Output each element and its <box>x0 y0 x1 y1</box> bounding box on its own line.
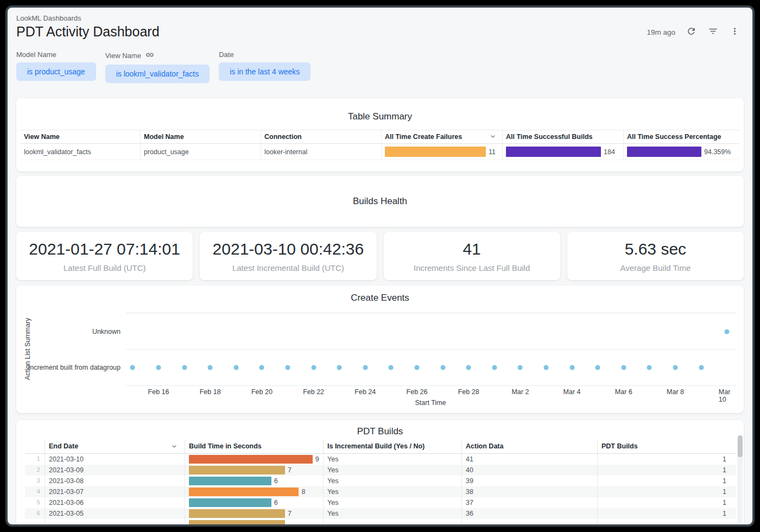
pdt-table-row[interactable]: 42021-03-078Yes381 <box>25 486 736 497</box>
scatter-dot[interactable] <box>492 365 497 370</box>
scatter-dot[interactable] <box>544 365 549 370</box>
kpi-increments-since-full-build[interactable]: 41 Increments Since Last Full Build <box>384 232 560 280</box>
cell-end-date[interactable]: 2021-03-10 <box>45 454 185 465</box>
cell-pdt-builds[interactable]: 1 <box>597 454 736 465</box>
dashboard-menu-button[interactable] <box>729 26 740 38</box>
cell-is-incremental[interactable]: Yes <box>323 476 461 486</box>
column-header-action-data[interactable]: Action Data <box>461 440 597 453</box>
cell-build-time[interactable]: 8 <box>185 486 323 497</box>
cell-pdt-builds[interactable]: 1 <box>597 476 736 486</box>
cell-action-data[interactable]: 40 <box>461 465 597 476</box>
sort-chevron-down-icon[interactable] <box>170 442 178 452</box>
scatter-dot[interactable] <box>699 365 704 370</box>
cell-connection[interactable]: looker-internal <box>261 144 381 160</box>
cell-build-time[interactable]: 9 <box>185 454 323 465</box>
kpi-average-build-time[interactable]: 5.63 sec Average Build Time <box>567 232 744 280</box>
cell-action-data[interactable]: 36 <box>461 508 597 519</box>
scatter-dot[interactable] <box>208 365 213 370</box>
pdt-table-row[interactable]: 32021-03-086Yes391 <box>25 476 736 486</box>
cell-pdt-builds[interactable]: 1 <box>597 486 736 497</box>
pdt-table-row[interactable]: 62021-03-057Yes361 <box>25 508 736 519</box>
scatter-dot[interactable] <box>286 365 290 370</box>
cell-end-date[interactable]: 2021-03-05 <box>45 508 185 519</box>
build-time-bar[interactable] <box>189 520 285 527</box>
cell-build-time[interactable]: 7 <box>185 508 323 519</box>
column-header-view-name[interactable]: View Name <box>21 130 140 143</box>
build-time-bar[interactable] <box>189 487 299 496</box>
scatter-dot[interactable] <box>415 365 420 370</box>
sort-chevron-down-icon[interactable] <box>489 132 497 142</box>
scatter-dot[interactable] <box>466 365 471 370</box>
cell-is-incremental[interactable]: Yes <box>323 454 461 465</box>
build-time-bar[interactable] <box>189 498 271 507</box>
column-header-success-percentage[interactable]: All Time Success Percentage <box>623 130 739 143</box>
cell-end-date[interactable]: 2021-03-06 <box>45 497 185 508</box>
scatter-dot[interactable] <box>259 365 264 370</box>
cell-build-time[interactable]: 7 <box>185 465 323 476</box>
cell-build-time[interactable] <box>185 519 323 527</box>
cell-action-data[interactable]: 38 <box>461 486 597 497</box>
success-percentage-bar[interactable] <box>627 147 701 157</box>
cell-end-date[interactable]: 2021-03-08 <box>45 476 185 486</box>
pdt-table-row[interactable]: 22021-03-097Yes401 <box>25 465 736 476</box>
build-time-bar[interactable] <box>189 477 271 485</box>
table-summary-data-row[interactable]: lookml_validator_facts product_usage loo… <box>21 144 739 160</box>
scatter-dot[interactable] <box>673 365 678 370</box>
column-header-connection[interactable]: Connection <box>261 130 381 143</box>
filters-toggle-button[interactable] <box>707 26 719 38</box>
cell-action-data[interactable]: 39 <box>461 476 597 486</box>
cell-model-name[interactable]: product_usage <box>140 144 261 160</box>
cell-create-failures[interactable]: 11 <box>381 144 502 160</box>
column-header-is-incremental[interactable]: Is Incremental Build (Yes / No) <box>323 440 461 453</box>
scatter-dot[interactable] <box>311 365 316 370</box>
cell-view-name[interactable]: lookml_validator_facts <box>21 144 140 160</box>
cell-success-percentage[interactable]: 94.359% <box>623 144 739 160</box>
scatter-dot[interactable] <box>518 365 523 370</box>
column-header-model-name[interactable]: Model Name <box>140 130 261 143</box>
scatter-dot[interactable] <box>596 365 600 370</box>
refresh-button[interactable] <box>685 26 697 38</box>
column-header-create-failures[interactable]: All Time Create Failures <box>381 130 502 143</box>
scatter-dot[interactable] <box>182 365 187 370</box>
cell-build-time[interactable]: 6 <box>185 476 323 486</box>
cell-end-date[interactable]: 2021-03-09 <box>45 465 185 476</box>
scatter-dot[interactable] <box>440 365 445 370</box>
kpi-latest-incremental-build[interactable]: 2021-03-10 00:42:36 Latest Incremental B… <box>200 232 376 280</box>
scatter-dot[interactable] <box>233 365 238 370</box>
breadcrumb[interactable]: LookML Dashboards <box>16 14 744 23</box>
pdt-table-row[interactable]: 12021-03-109Yes411 <box>25 454 736 465</box>
successful-builds-bar[interactable] <box>506 147 601 157</box>
column-header-end-date[interactable]: End Date <box>45 440 185 453</box>
build-time-bar[interactable] <box>189 455 313 464</box>
cell-pdt-builds[interactable]: 1 <box>597 465 736 476</box>
scatter-dot[interactable] <box>337 365 342 370</box>
failures-bar[interactable] <box>385 147 486 157</box>
kpi-latest-full-build[interactable]: 2021-01-27 07:14:01 Latest Full Build (U… <box>16 232 193 280</box>
scatter-dot[interactable] <box>621 365 626 370</box>
pdt-table-row[interactable]: 52021-03-066Yes371 <box>25 497 736 508</box>
cell-pdt-builds[interactable] <box>597 519 736 527</box>
cell-end-date[interactable] <box>45 519 185 527</box>
cell-action-data[interactable]: 41 <box>461 454 597 465</box>
filter-view-name-chip[interactable]: is lookml_validator_facts <box>105 65 210 83</box>
column-header-pdt-builds[interactable]: PDT Builds <box>597 440 736 453</box>
scatter-dot[interactable] <box>156 365 161 370</box>
scatter-dot[interactable] <box>363 365 368 370</box>
cell-is-incremental[interactable] <box>323 519 461 527</box>
cell-pdt-builds[interactable]: 1 <box>597 497 736 508</box>
build-time-bar[interactable] <box>189 509 285 518</box>
scatter-dot[interactable] <box>647 365 652 370</box>
cell-action-data[interactable] <box>461 519 597 527</box>
scatter-dot[interactable] <box>725 330 730 334</box>
cell-successful-builds[interactable]: 184 <box>502 144 623 160</box>
cell-is-incremental[interactable]: Yes <box>323 465 461 476</box>
scatter-dot[interactable] <box>389 365 394 370</box>
pdt-table-row[interactable] <box>25 519 736 527</box>
scatter-dot[interactable] <box>130 365 135 370</box>
build-time-bar[interactable] <box>189 466 285 474</box>
cell-pdt-builds[interactable]: 1 <box>597 508 736 519</box>
column-header-successful-builds[interactable]: All Time Successful Builds <box>502 130 623 143</box>
cell-action-data[interactable]: 37 <box>461 497 597 508</box>
column-header-build-time[interactable]: Build Time in Seconds <box>185 440 323 453</box>
table-scrollbar-thumb[interactable] <box>738 435 743 457</box>
